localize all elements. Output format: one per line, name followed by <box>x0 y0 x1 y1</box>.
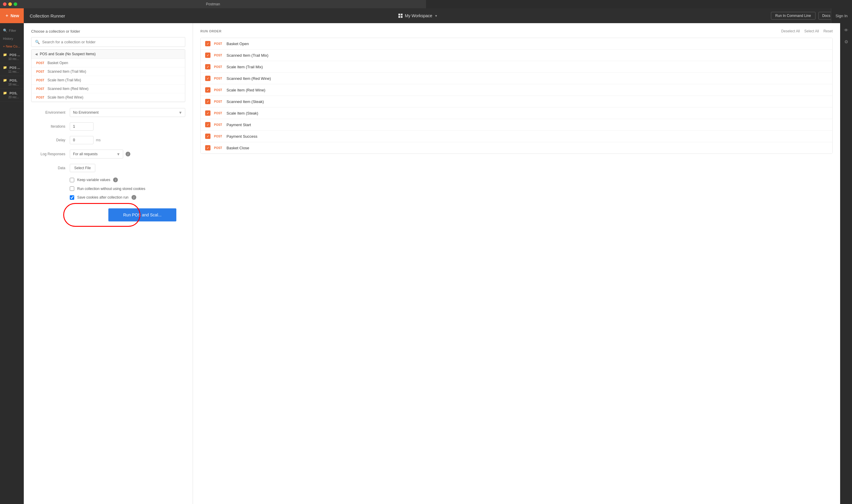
collection-sub: 11 rec... <box>3 70 20 73</box>
request-checkbox[interactable]: ✓ <box>205 53 211 58</box>
search-icon: 🔍 <box>35 40 40 44</box>
sidebar-collection-4[interactable]: 📁 POS, 20 rec... <box>0 89 23 102</box>
collection-dropdown: ◀ POS and Scale (No Suspect Items) POST … <box>31 49 185 102</box>
request-checkbox[interactable]: ✓ <box>205 99 211 104</box>
request-checkbox[interactable]: ✓ <box>205 64 211 70</box>
title-bar: Postman <box>0 0 426 8</box>
table-row[interactable]: ✓ POST Basket Open <box>201 38 426 50</box>
filter-input[interactable]: 🔍 Filter <box>0 26 23 35</box>
environment-select-wrapper[interactable]: No Environment ▼ <box>70 108 185 117</box>
no-cookies-label[interactable]: Run collection without using stored cook… <box>77 187 145 191</box>
method-badge: POST <box>214 42 223 46</box>
select-file-button[interactable]: Select File <box>70 164 95 172</box>
save-cookies-label[interactable]: Save cookies after collection run <box>77 195 129 199</box>
table-row[interactable]: ✓ POST Payment Success <box>201 131 426 142</box>
environment-label: Environment <box>31 110 70 114</box>
filter-label: Filter <box>9 29 16 32</box>
log-responses-label: Log Responses <box>31 152 70 156</box>
request-checkbox[interactable]: ✓ <box>205 41 211 46</box>
delay-row: Delay ms <box>31 136 185 144</box>
method-badge: POST <box>214 146 223 149</box>
delay-label: Delay <box>31 138 70 142</box>
workspace-icon <box>398 14 402 18</box>
list-item[interactable]: POST Scanned Item (Red Wine) <box>32 85 185 93</box>
request-checkbox[interactable]: ✓ <box>205 133 211 139</box>
sidebar-collection-3[interactable]: 📁 POS, 18 rec... <box>0 76 23 89</box>
plus-icon: ＋ <box>5 13 9 18</box>
request-checkbox[interactable]: ✓ <box>205 110 211 116</box>
request-name: Scanned Item (Trail Mix) <box>48 70 86 74</box>
window-controls[interactable] <box>3 2 17 6</box>
request-checkbox[interactable]: ✓ <box>205 87 211 93</box>
table-row[interactable]: ✓ POST Scanned Item (Steak) <box>201 96 426 107</box>
maximize-button[interactable] <box>14 2 17 6</box>
data-row: Data Select File <box>31 164 185 172</box>
new-button[interactable]: ＋ New <box>0 8 24 23</box>
method-badge: POST <box>36 79 44 82</box>
keep-variable-row: Keep variable values i <box>31 178 185 182</box>
no-cookies-checkbox[interactable] <box>70 186 74 191</box>
table-row[interactable]: ✓ POST Scale Item (Steak) <box>201 107 426 119</box>
request-name: Payment Start <box>226 123 251 127</box>
table-row[interactable]: ✓ POST Scanned Item (Red Wine) <box>201 73 426 84</box>
keep-variable-info-icon[interactable]: i <box>113 178 118 182</box>
minimize-button[interactable] <box>8 2 12 6</box>
close-button[interactable] <box>3 2 6 6</box>
table-row[interactable]: ✓ POST Scanned Item (Trail Mix) <box>201 50 426 61</box>
method-badge: POST <box>214 54 223 57</box>
request-list: ✓ POST Basket Open ✓ POST Scanned Item (… <box>200 38 426 154</box>
method-badge: POST <box>36 70 44 73</box>
list-item[interactable]: POST Basket Open <box>32 59 185 67</box>
data-label: Data <box>31 166 70 170</box>
method-badge: POST <box>214 77 223 80</box>
keep-variable-checkbox[interactable] <box>70 178 74 182</box>
request-name: Scanned Item (Red Wine) <box>48 87 89 91</box>
request-name: Scale Item (Trail Mix) <box>48 78 81 82</box>
request-checkbox[interactable]: ✓ <box>205 122 211 127</box>
table-row[interactable]: ✓ POST Payment Start <box>201 119 426 131</box>
main-area: Choose a collection or folder 🔍 ◀ POS an… <box>24 23 426 252</box>
keep-variable-label[interactable]: Keep variable values <box>77 178 110 182</box>
request-checkbox[interactable]: ✓ <box>205 76 211 81</box>
history-item[interactable]: History <box>0 35 23 42</box>
collection-search-input[interactable] <box>42 40 181 44</box>
request-name: Scale Item (Red Wine) <box>48 95 84 100</box>
save-cookies-checkbox[interactable] <box>70 195 74 200</box>
iterations-input[interactable] <box>70 122 93 131</box>
run-collection-button[interactable]: Run POS and Scal... <box>108 209 176 221</box>
list-item[interactable]: POST Scale Item (Trail Mix) <box>32 76 185 85</box>
environment-select[interactable]: No Environment <box>70 108 185 117</box>
collection-header-row[interactable]: ◀ POS and Scale (No Suspect Items) <box>32 50 185 59</box>
collection-search-box[interactable]: 🔍 <box>31 37 185 47</box>
collection-name: POS ... <box>10 66 20 70</box>
log-responses-info-icon[interactable]: i <box>126 152 130 157</box>
environment-row: Environment No Environment ▼ <box>31 108 185 117</box>
choose-label: Choose a collection or folder <box>31 29 185 34</box>
sidebar: 🔍 Filter History + New Co... 📁 POS ... 1… <box>0 23 24 252</box>
method-badge: POST <box>214 135 223 138</box>
list-item[interactable]: POST Scanned Item (Trail Mix) <box>32 67 185 76</box>
sidebar-collection-2[interactable]: 📁 POS ... 11 rec... <box>0 63 23 76</box>
new-collection-button[interactable]: + New Co... <box>0 42 23 51</box>
table-row[interactable]: ✓ POST Basket Close <box>201 142 426 154</box>
table-row[interactable]: ✓ POST Scale Item (Trail Mix) <box>201 61 426 73</box>
delay-input[interactable] <box>70 136 93 144</box>
request-checkbox[interactable]: ✓ <box>205 145 211 150</box>
table-row[interactable]: ✓ POST Scale Item (Red Wine) <box>201 84 426 96</box>
folder-icon: 📁 <box>3 91 7 95</box>
workspace-switcher[interactable]: My Workspace ▼ <box>398 13 426 18</box>
method-badge: POST <box>214 123 223 126</box>
method-badge: POST <box>36 96 44 99</box>
app-title: Postman <box>206 2 220 6</box>
iterations-label: Iterations <box>31 124 70 128</box>
sidebar-collection-1[interactable]: 📁 POS ... 10 rec... <box>0 51 23 63</box>
collection-sub: 10 rec... <box>3 57 20 60</box>
run-button-wrapper: Run POS and Scal... <box>70 209 176 221</box>
save-cookies-info-icon[interactable]: i <box>131 195 136 200</box>
log-responses-select[interactable]: For all requests <box>70 149 123 159</box>
folder-icon: 📁 <box>3 66 7 70</box>
collection-items-list: POST Basket Open POST Scanned Item (Trai… <box>32 59 185 102</box>
collection-sub: 20 rec... <box>3 95 20 99</box>
list-item[interactable]: POST Scale Item (Red Wine) <box>32 93 185 102</box>
log-responses-select-wrapper[interactable]: For all requests ▼ <box>70 149 123 159</box>
